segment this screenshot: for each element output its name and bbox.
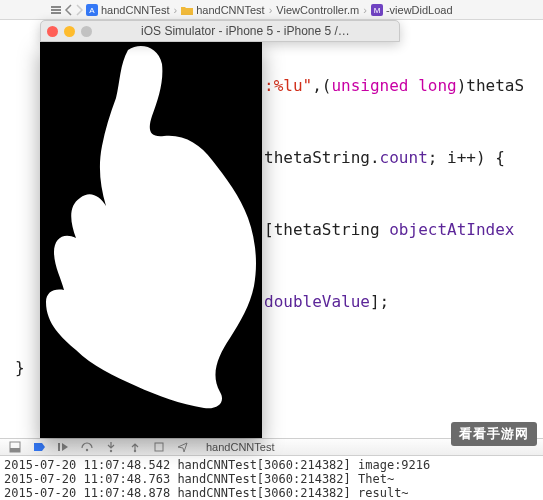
breadcrumb-sep: › — [363, 4, 367, 16]
svg-rect-9 — [10, 448, 20, 452]
debug-view-icon[interactable] — [152, 440, 166, 454]
svg-text:A: A — [89, 6, 95, 15]
breadcrumb-label: ViewController.m — [276, 4, 359, 16]
breakpoints-icon[interactable] — [32, 440, 46, 454]
hide-debug-icon[interactable] — [8, 440, 22, 454]
method-icon: M — [371, 4, 383, 16]
code-line — [264, 362, 543, 386]
svg-text:M: M — [374, 6, 381, 15]
breadcrumb-folder[interactable]: handCNNTest — [181, 4, 264, 16]
console-line: 2015-07-20 11:07:48.542 handCNNTest[3060… — [4, 458, 539, 472]
breadcrumb-sep: › — [269, 4, 273, 16]
location-icon[interactable] — [176, 440, 190, 454]
simulator-title: iOS Simulator - iPhone 5 - iPhone 5 /… — [98, 24, 393, 38]
svg-rect-10 — [58, 443, 60, 451]
svg-rect-14 — [155, 443, 163, 451]
breadcrumb-sep: › — [173, 4, 177, 16]
simulator-titlebar[interactable]: iOS Simulator - iPhone 5 - iPhone 5 /… — [40, 20, 400, 42]
svg-point-12 — [110, 450, 112, 452]
forward-icon[interactable] — [75, 4, 84, 16]
svg-rect-2 — [51, 12, 61, 14]
console-output[interactable]: 2015-07-20 11:07:48.542 handCNNTest[3060… — [0, 456, 543, 500]
close-icon[interactable] — [47, 26, 58, 37]
code-line: [thetaString objectAtIndex — [264, 218, 543, 242]
svg-point-11 — [86, 449, 88, 451]
breadcrumb-target[interactable]: A handCNNTest — [86, 4, 169, 16]
folder-icon — [181, 5, 193, 15]
breadcrumb-file[interactable]: ViewController.m — [276, 4, 359, 16]
code-line: doubleValue]; — [264, 290, 543, 314]
breadcrumb-label: -viewDidLoad — [386, 4, 453, 16]
svg-point-13 — [134, 450, 136, 452]
console-line: 2015-07-20 11:07:48.878 handCNNTest[3060… — [4, 486, 539, 500]
app-target-icon: A — [86, 4, 98, 16]
svg-rect-1 — [51, 9, 61, 11]
debug-target-label[interactable]: handCNNTest — [206, 441, 274, 453]
zoom-icon[interactable] — [81, 26, 92, 37]
closing-brace: } — [15, 356, 25, 380]
back-icon[interactable] — [64, 4, 73, 16]
breadcrumb-label: handCNNTest — [101, 4, 169, 16]
window-controls — [47, 26, 92, 37]
hand-silhouette-image — [40, 42, 262, 438]
breadcrumb-label: handCNNTest — [196, 4, 264, 16]
step-into-icon[interactable] — [104, 440, 118, 454]
jump-bar[interactable]: A handCNNTest › handCNNTest › ViewContro… — [0, 0, 543, 20]
step-out-icon[interactable] — [128, 440, 142, 454]
code-line: thetaString.count; i++) { — [264, 146, 543, 170]
simulator-screen[interactable] — [40, 42, 262, 438]
console-line: 2015-07-20 11:07:48.763 handCNNTest[3060… — [4, 472, 539, 486]
step-over-icon[interactable] — [80, 440, 94, 454]
related-items-icon[interactable] — [50, 4, 62, 16]
svg-rect-0 — [51, 6, 61, 8]
xcode-window: A handCNNTest › handCNNTest › ViewContro… — [0, 0, 543, 500]
continue-icon[interactable] — [56, 440, 70, 454]
breadcrumb-method[interactable]: M -viewDidLoad — [371, 4, 453, 16]
watermark: 看看手游网 — [451, 422, 537, 446]
code-line: :%lu",(unsigned long)thetaS — [264, 74, 543, 98]
minimize-icon[interactable] — [64, 26, 75, 37]
